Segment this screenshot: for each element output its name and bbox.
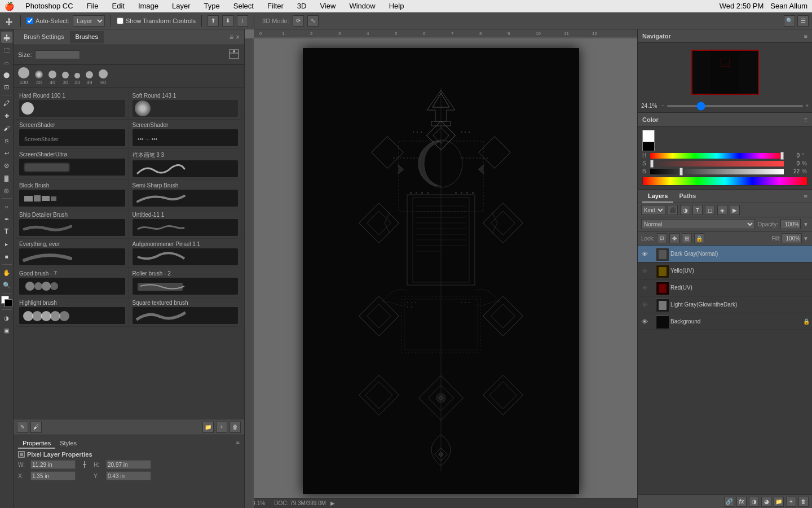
blend-mode-select[interactable]: Normal Multiply Screen Overlay xyxy=(641,219,755,229)
brush-tip-23[interactable]: 23 xyxy=(74,73,80,85)
brush-item-soft-round[interactable]: Soft Round 143 1 xyxy=(129,90,242,120)
menu-help[interactable]: Help xyxy=(387,2,407,10)
height-input[interactable] xyxy=(106,460,151,469)
fill-dropdown-btn[interactable]: ▼ xyxy=(803,235,809,242)
layer-visibility-background[interactable]: 👁 xyxy=(640,317,649,326)
brush-item-ship-detailer[interactable]: Ship Detailer Brush xyxy=(16,209,129,239)
align-top-btn[interactable]: ⬆ xyxy=(208,15,219,27)
layer-item-red[interactable]: 👁 Red(UV) xyxy=(638,279,812,296)
dodge-btn[interactable]: ○ xyxy=(1,201,12,212)
fill-input[interactable] xyxy=(782,233,802,243)
brush-item-good-brush[interactable]: Good brush - 7 xyxy=(16,268,129,297)
layer-visibility-red[interactable]: 👁 xyxy=(640,283,649,292)
tab-brush-settings[interactable]: Brush Settings xyxy=(18,31,70,43)
layer-visibility-light-gray[interactable]: 👁 xyxy=(640,300,649,309)
filter-shape-btn[interactable]: ◻ xyxy=(705,205,715,215)
type-btn[interactable]: T xyxy=(1,226,12,237)
menu-edit[interactable]: Edit xyxy=(110,2,127,10)
history-brush-btn[interactable]: ↩ xyxy=(1,147,12,159)
bri-thumb[interactable] xyxy=(679,168,683,176)
brush-item-sample[interactable]: 样本画笔 3 3 xyxy=(129,149,242,180)
brush-item-hard-round[interactable]: Hard Round 100 1 xyxy=(16,90,129,120)
layer-visibility-dark-gray[interactable]: 👁 xyxy=(640,249,649,259)
zoom-tool-btn[interactable]: 🔍 xyxy=(1,279,12,291)
link-layers-btn[interactable]: 🔗 xyxy=(724,497,734,507)
path-select-btn[interactable]: ▸ xyxy=(1,238,12,249)
status-arrow[interactable]: ▶ xyxy=(330,500,335,506)
menu-layer[interactable]: Layer xyxy=(170,2,193,10)
brush-item-block-brush[interactable]: Block Brush xyxy=(16,180,129,209)
zoom-slider[interactable] xyxy=(667,105,803,107)
menu-photoshop[interactable]: Photoshop CC xyxy=(23,2,76,10)
sat-slider-bar[interactable] xyxy=(650,161,784,167)
layer-item-dark-gray[interactable]: 👁 Dark Gray(Normal) xyxy=(638,246,812,262)
delete-layer-btn[interactable]: 🗑 xyxy=(798,497,809,507)
brush-item-screenshader-2[interactable]: ScreenShader ••• ··· ••• xyxy=(129,120,242,149)
search-btn[interactable]: 🔍 xyxy=(784,15,795,27)
new-layer-btn[interactable]: + xyxy=(786,497,796,507)
rectangle-select-btn[interactable]: ⬚ xyxy=(1,44,12,55)
quick-mask-btn[interactable]: ◑ xyxy=(1,312,12,323)
tab-layers[interactable]: Layers xyxy=(642,190,673,203)
layer-effects-btn[interactable]: fx xyxy=(736,497,747,507)
menu-filter[interactable]: Filter xyxy=(265,2,286,10)
fg-color-swatch[interactable] xyxy=(642,130,655,142)
filter-adjustment-btn[interactable]: ◑ xyxy=(680,205,690,215)
zoom-out-btn[interactable]: − xyxy=(661,103,665,109)
menu-view[interactable]: View xyxy=(317,2,338,10)
layer-mask-btn[interactable]: ◑ xyxy=(749,497,759,507)
filter-smart-btn[interactable]: ◈ xyxy=(717,205,727,215)
hue-slider-bar[interactable] xyxy=(650,153,784,159)
brush-item-untitled[interactable]: Untitled-11 1 xyxy=(129,209,242,239)
hand-btn[interactable]: ✋ xyxy=(1,267,12,278)
filter-video-btn[interactable]: ▶ xyxy=(730,205,740,215)
panel-menu-btn[interactable]: ≡ xyxy=(230,33,233,41)
y-input[interactable] xyxy=(106,471,151,480)
eyedropper-btn[interactable]: 🖍 xyxy=(1,98,12,109)
width-input[interactable] xyxy=(30,460,76,469)
new-brush-btn[interactable]: + xyxy=(216,422,227,433)
clone-btn[interactable]: ⎘ xyxy=(1,135,12,146)
brush-tip-40-solid[interactable]: 40 xyxy=(48,71,56,85)
menu-3d[interactable]: 3D xyxy=(295,2,309,10)
auto-select-checkbox[interactable] xyxy=(27,17,33,24)
brush-tip-49[interactable]: 49 xyxy=(86,71,93,85)
tab-brushes[interactable]: Brushes xyxy=(70,31,104,43)
menu-image[interactable]: Image xyxy=(136,2,161,10)
opacity-dropdown-btn[interactable]: ▼ xyxy=(803,221,809,227)
opacity-input[interactable] xyxy=(780,219,801,229)
canvas-area[interactable]: 0 1 2 3 4 5 6 7 8 9 10 11 12 xyxy=(245,29,637,508)
canvas-document[interactable] xyxy=(303,48,579,494)
brush-item-semi-sharp[interactable]: Semi-Sharp Brush xyxy=(129,180,242,209)
brush-size-input[interactable] xyxy=(35,50,80,59)
brush-item-screenshader-1[interactable]: ScreenShader ScreenShader xyxy=(16,120,129,149)
brush-bottom-brush-btn[interactable]: 🖌 xyxy=(30,422,42,433)
shape-btn[interactable]: ■ xyxy=(1,251,12,262)
brush-item-everything[interactable]: Everything, ever xyxy=(16,239,129,268)
brush-tip-preset-icon[interactable] xyxy=(228,49,240,61)
crop-btn[interactable]: ⊡ xyxy=(1,81,12,93)
menu-file[interactable]: File xyxy=(85,2,101,10)
auto-select-dropdown[interactable]: Layer Group xyxy=(73,15,105,27)
color-spectrum[interactable] xyxy=(642,177,807,186)
navigator-menu-btn[interactable]: ≡ xyxy=(804,33,807,40)
apple-menu[interactable]: 🍎 xyxy=(5,2,14,11)
layer-item-light-gray[interactable]: 👁 Light Gray(GlowintheDark) xyxy=(638,296,812,313)
eraser-btn[interactable]: ⊘ xyxy=(1,160,12,171)
gradient-btn[interactable]: ▓ xyxy=(1,172,12,183)
quick-select-btn[interactable]: ⬤ xyxy=(1,69,12,80)
tab-properties[interactable]: Properties xyxy=(18,439,55,449)
new-brush-folder-btn[interactable]: 📁 xyxy=(202,422,214,433)
align-bottom-btn[interactable]: ↕ xyxy=(237,15,248,27)
filter-pixel-btn[interactable]: ⬛ xyxy=(668,205,678,215)
pen-btn[interactable]: ✒ xyxy=(1,213,12,225)
color-menu-btn[interactable]: ≡ xyxy=(804,116,807,123)
new-group-btn[interactable]: 📁 xyxy=(774,497,784,507)
link-dimensions-btn[interactable] xyxy=(80,460,89,469)
tab-paths[interactable]: Paths xyxy=(673,190,701,203)
brush-item-screenshader-ultra[interactable]: ScreenShaderUltra xyxy=(16,149,129,180)
healing-btn[interactable]: ✚ xyxy=(1,110,12,121)
blur-btn[interactable]: ◎ xyxy=(1,185,12,196)
brush-btn[interactable]: 🖌 xyxy=(1,122,12,134)
brush-presets-scroll[interactable]: Hard Round 100 1 Soft Round 143 1 Screen… xyxy=(14,88,244,419)
